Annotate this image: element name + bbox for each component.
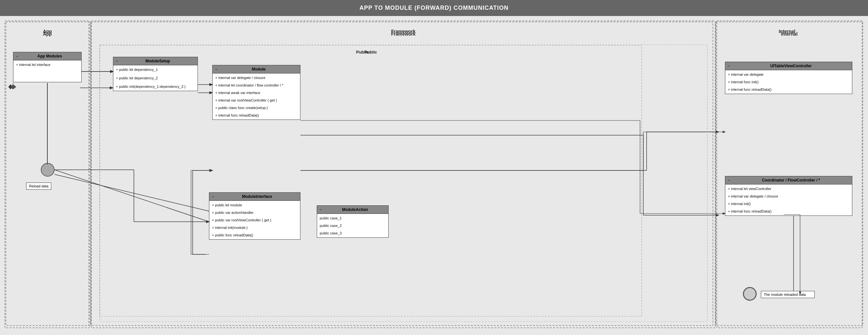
module-row-0: + internal var delegate / closure xyxy=(213,75,300,81)
ma-row-0: public case_1 xyxy=(317,215,388,221)
ma-row-2: public case_3 xyxy=(317,230,388,236)
svg-text:Public: Public xyxy=(364,50,377,55)
app-modules-class: − App Modules + internal let interface xyxy=(13,52,82,82)
coord-row-1: + internal var delegate / closure xyxy=(725,193,852,199)
mi-row-4: + public func reloadData() xyxy=(209,232,300,238)
svg-text:App: App xyxy=(43,31,52,37)
ma-row-1: public case_2 xyxy=(317,223,388,229)
module-setup-header: − ModuleSetup xyxy=(113,57,197,65)
module-interface-class: − ModuleInterface + public let module + … xyxy=(209,192,301,240)
module-setup-body: + public let dependency_1 + public let d… xyxy=(113,65,197,91)
module-row-5: + internal func reloadData() xyxy=(213,112,300,118)
mi-row-3: + internal init(module:) xyxy=(209,225,300,231)
uitableviewcontroller-class: − UITableViewController + internal var d… xyxy=(725,62,852,94)
coord-row-3: + internal func reloadData() xyxy=(725,208,852,214)
internal-circle-node xyxy=(743,287,757,301)
internal-reload-label: The module reloaded data xyxy=(761,291,815,298)
svg-text:Public: Public xyxy=(356,50,369,55)
app-circle-node xyxy=(41,163,55,177)
main-title-bar: APP TO MODULE (FORWARD) COMMUNICATION xyxy=(0,0,868,16)
module-setup-row-2: + public init(dependency_1:dependency_2:… xyxy=(113,84,197,89)
mi-row-1: + public var actionHandler xyxy=(209,210,300,215)
mi-row-2: + public var rootViewController { get } xyxy=(209,217,300,223)
module-action-header: − ModuleAction xyxy=(317,206,388,214)
module-interface-body: + public let module + public var actionH… xyxy=(209,201,300,239)
module-header: − Module xyxy=(213,65,300,73)
uitvc-body: + internal var delegate + internal func … xyxy=(725,70,852,94)
diagram-area: App Framework Internal Public xyxy=(0,16,868,333)
svg-text:Internal: Internal xyxy=(779,29,796,34)
module-row-1: + internal let coordinator / flow contro… xyxy=(213,82,300,88)
module-setup-class: − ModuleSetup + public let dependency_1 … xyxy=(113,57,198,91)
diagram-container: App Framework Internal Public xyxy=(3,19,865,330)
main-wrapper: APP TO MODULE (FORWARD) COMMUNICATION xyxy=(0,0,868,333)
svg-marker-29 xyxy=(10,85,16,89)
uitvc-header: − UITableViewController xyxy=(725,62,852,70)
app-modules-row-0: + internal let interface xyxy=(13,62,81,68)
module-row-3: + internal var rootViewController { get … xyxy=(213,97,300,103)
svg-text:App: App xyxy=(43,29,52,34)
module-action-class: − ModuleAction public case_1 public case… xyxy=(317,205,389,238)
svg-line-26 xyxy=(55,170,209,222)
svg-text:Framework: Framework xyxy=(391,31,416,37)
module-setup-row-0: + public let dependency_1 xyxy=(113,67,197,72)
module-body: + internal var delegate / closure + inte… xyxy=(213,73,300,120)
uitvc-row-1: + internal func init() xyxy=(725,79,852,85)
module-row-4: + public class func create(setup:) xyxy=(213,105,300,111)
app-modules-body: + internal let interface xyxy=(13,60,81,82)
svg-text:Internal: Internal xyxy=(781,31,798,37)
coord-row-2: + internal init() xyxy=(725,201,852,207)
module-setup-row-1: + public let dependency_2 xyxy=(113,75,197,81)
coordinator-header: − Coordinator / FlowController / * xyxy=(725,176,852,184)
app-modules-header: − App Modules xyxy=(13,52,81,60)
svg-line-9 xyxy=(55,174,212,212)
app-reload-label: Reload data xyxy=(26,183,51,190)
svg-text:Framework: Framework xyxy=(391,29,416,34)
module-interface-header: − ModuleInterface xyxy=(209,193,300,201)
module-action-body: public case_1 public case_2 public case_… xyxy=(317,214,388,237)
svg-marker-12 xyxy=(8,85,12,89)
module-class: − Module + internal var delegate / closu… xyxy=(212,65,301,120)
title-text: APP TO MODULE (FORWARD) COMMUNICATION xyxy=(360,5,509,11)
coord-row-0: + internal let viewController xyxy=(725,186,852,192)
coordinator-body: + internal let viewController + internal… xyxy=(725,184,852,215)
uitvc-row-0: + internal var delegate xyxy=(725,71,852,78)
mi-row-0: + public let module xyxy=(209,202,300,208)
coordinator-class: − Coordinator / FlowController / * + int… xyxy=(725,176,852,216)
uitvc-row-2: + internal func reloadData() xyxy=(725,87,852,92)
module-row-2: + internal weak var interface xyxy=(213,90,300,96)
